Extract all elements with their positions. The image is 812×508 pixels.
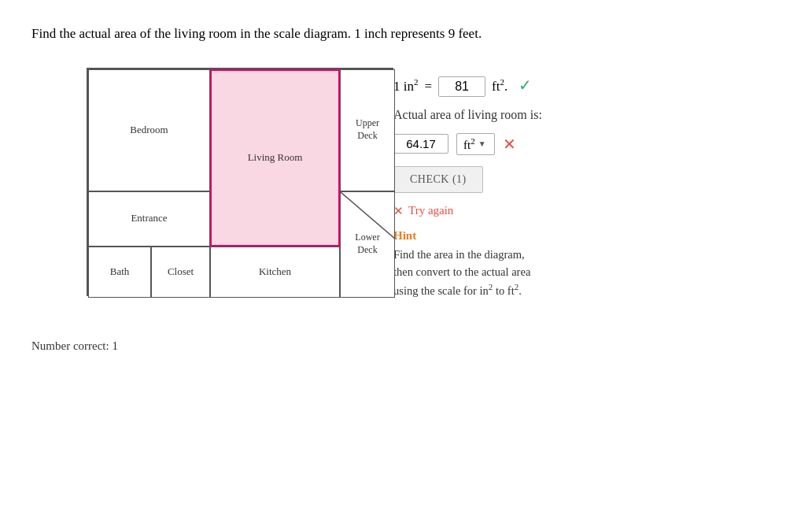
hint-text: Find the area in the diagram, then conve… [393,246,781,300]
try-again-label: Try again [408,204,453,217]
scale-equals: = [424,79,432,95]
floor-plan: Bedroom Living Room UpperDeck Entrance B… [31,68,346,296]
hint-section: Hint Find the area in the diagram, then … [393,229,781,300]
clear-answer-button[interactable]: ✕ [503,135,516,154]
scale-input[interactable] [438,76,485,97]
dropdown-arrow-icon: ▼ [478,139,486,148]
scale-prefix: 1 in2 [393,77,418,95]
room-closet: Closet [151,247,210,298]
unit-label: ft2 [463,136,475,152]
answer-row: ft2 ▼ ✕ [393,133,781,155]
scale-row: 1 in2 = ft2. ✓ [393,76,781,97]
hint-label: Hint [393,229,781,243]
check-button[interactable]: CHECK (1) [393,166,483,193]
answer-input[interactable] [393,134,448,154]
scale-checkmark: ✓ [519,76,532,95]
problem-statement: Find the actual area of the living room … [31,24,781,44]
right-panel: 1 in2 = ft2. ✓ Actual area of living roo… [393,68,781,300]
room-entrance: Entrance [88,191,210,247]
room-living-room: Living Room [210,69,340,247]
room-kitchen: Kitchen [210,247,340,298]
try-again-message: ✕ Try again [393,204,781,218]
scale-unit: ft2. [492,77,507,95]
diagram: Bedroom Living Room UpperDeck Entrance B… [87,68,393,296]
main-content: Bedroom Living Room UpperDeck Entrance B… [31,68,781,300]
actual-area-label: Actual area of living room is: [393,108,781,122]
room-upper-deck: UpperDeck [340,69,395,191]
room-lower-deck: LowerDeck [340,191,395,298]
hint-line1: Find the area in the diagram, [393,248,525,261]
hint-line3: using the scale for in2 to ft2. [393,284,522,297]
hint-line2: then convert to the actual area [393,265,530,278]
footer: Number correct: 1 [31,339,781,353]
unit-dropdown[interactable]: ft2 ▼ [456,133,495,155]
number-correct: Number correct: 1 [31,339,118,352]
room-bath: Bath [88,247,151,298]
room-bedroom: Bedroom [88,69,210,191]
